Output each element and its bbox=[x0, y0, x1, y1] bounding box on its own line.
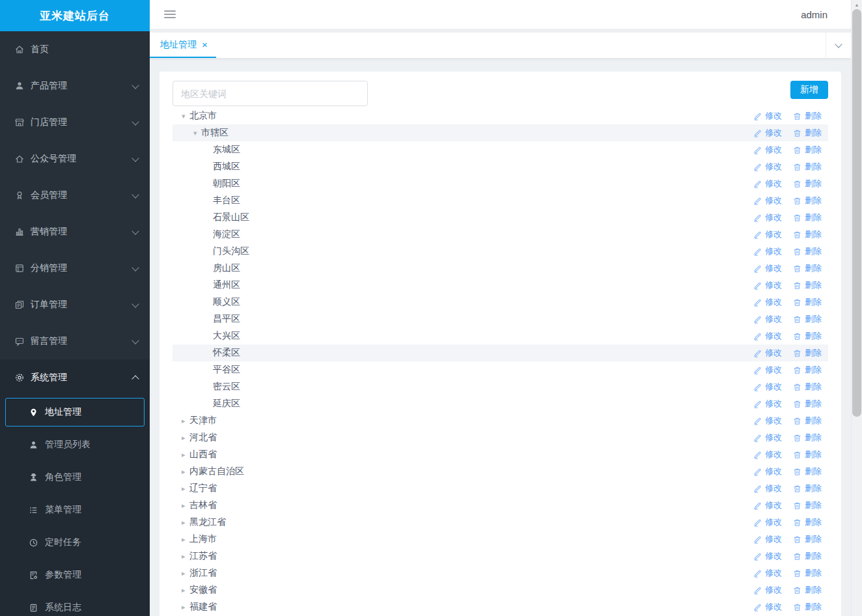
edit-action[interactable]: 修改 bbox=[753, 601, 782, 613]
sidebar-subitem-menu[interactable]: 菜单管理 bbox=[5, 496, 145, 524]
user-menu[interactable]: admin bbox=[801, 9, 827, 20]
tree-row[interactable]: ▸黑龙江省修改删除 bbox=[173, 514, 828, 531]
edit-action[interactable]: 修改 bbox=[753, 516, 782, 528]
tree-row[interactable]: ▸河北省修改删除 bbox=[173, 429, 828, 446]
delete-action[interactable]: 删除 bbox=[793, 347, 822, 359]
edit-action[interactable]: 修改 bbox=[753, 533, 782, 545]
sidebar-item-system[interactable]: 系统管理 bbox=[0, 359, 150, 396]
delete-action[interactable]: 删除 bbox=[793, 364, 822, 376]
delete-action[interactable]: 删除 bbox=[793, 313, 822, 325]
delete-action[interactable]: 删除 bbox=[793, 279, 822, 291]
delete-action[interactable]: 删除 bbox=[793, 550, 822, 562]
collapse-arrow-icon[interactable]: ▾ bbox=[180, 112, 189, 120]
tree-row[interactable]: ▸福建省修改删除 bbox=[173, 598, 828, 615]
tree-row[interactable]: 怀柔区修改删除 bbox=[173, 344, 828, 361]
search-input[interactable] bbox=[173, 81, 368, 106]
delete-action[interactable]: 删除 bbox=[793, 330, 822, 342]
edit-action[interactable]: 修改 bbox=[753, 398, 782, 410]
tree-row[interactable]: ▸内蒙古自治区修改删除 bbox=[173, 463, 828, 480]
tree-row[interactable]: ▸天津市修改删除 bbox=[173, 412, 828, 429]
edit-action[interactable]: 修改 bbox=[753, 567, 782, 579]
edit-action[interactable]: 修改 bbox=[753, 483, 782, 494]
collapse-arrow-icon[interactable]: ▾ bbox=[192, 129, 201, 137]
tree-row[interactable]: 丰台区修改删除 bbox=[173, 192, 828, 209]
tree-row[interactable]: 延庆区修改删除 bbox=[173, 395, 828, 412]
sidebar-item-store[interactable]: 门店管理 bbox=[0, 104, 150, 141]
edit-action[interactable]: 修改 bbox=[753, 432, 782, 443]
edit-action[interactable]: 修改 bbox=[753, 381, 782, 393]
expand-arrow-icon[interactable]: ▸ bbox=[180, 468, 189, 476]
sidebar-subitem-schedule[interactable]: 定时任务 bbox=[5, 528, 145, 557]
tree-row[interactable]: 东城区修改删除 bbox=[173, 141, 828, 158]
tree-row[interactable]: ▸山西省修改删除 bbox=[173, 446, 828, 463]
sidebar-item-official-account[interactable]: 公众号管理 bbox=[0, 141, 150, 177]
vertical-scrollbar[interactable]: ▲ bbox=[851, 0, 862, 616]
edit-action[interactable]: 修改 bbox=[753, 415, 782, 427]
hamburger-menu-icon[interactable] bbox=[163, 8, 177, 21]
expand-arrow-icon[interactable]: ▸ bbox=[180, 417, 189, 425]
add-button[interactable]: 新增 bbox=[790, 81, 828, 99]
edit-action[interactable]: 修改 bbox=[753, 212, 782, 223]
edit-action[interactable]: 修改 bbox=[753, 144, 782, 156]
sidebar-subitem-address[interactable]: 地址管理 bbox=[5, 398, 145, 427]
tree-row[interactable]: ▸吉林省修改删除 bbox=[173, 497, 828, 514]
sidebar-subitem-params[interactable]: 参数管理 bbox=[5, 561, 145, 589]
edit-action[interactable]: 修改 bbox=[753, 347, 782, 359]
delete-action[interactable]: 删除 bbox=[793, 195, 822, 206]
tree-row[interactable]: ▾北京市修改删除 bbox=[173, 107, 828, 124]
close-icon[interactable]: × bbox=[202, 40, 208, 49]
delete-action[interactable]: 删除 bbox=[793, 161, 822, 173]
delete-action[interactable]: 删除 bbox=[793, 466, 822, 477]
edit-action[interactable]: 修改 bbox=[753, 178, 782, 189]
tree-row[interactable]: 大兴区修改删除 bbox=[173, 328, 828, 344]
edit-action[interactable]: 修改 bbox=[753, 245, 782, 257]
sidebar-item-home[interactable]: 首页 bbox=[0, 31, 150, 68]
tree-row[interactable]: 通州区修改删除 bbox=[173, 277, 828, 294]
edit-action[interactable]: 修改 bbox=[753, 499, 782, 511]
tree-row[interactable]: 朝阳区修改删除 bbox=[173, 175, 828, 192]
delete-action[interactable]: 删除 bbox=[793, 516, 822, 528]
delete-action[interactable]: 删除 bbox=[793, 499, 822, 511]
sidebar-item-product[interactable]: 产品管理 bbox=[0, 68, 150, 104]
sidebar-subitem-admin-list[interactable]: 管理员列表 bbox=[5, 430, 145, 459]
scrollbar-thumb[interactable] bbox=[852, 9, 861, 417]
delete-action[interactable]: 删除 bbox=[793, 110, 822, 122]
scroll-up-icon[interactable]: ▲ bbox=[852, 0, 862, 9]
sidebar-item-distribution[interactable]: 分销管理 bbox=[0, 250, 150, 287]
tree-row[interactable]: ▸江苏省修改删除 bbox=[173, 548, 828, 565]
tree-row[interactable]: ▸上海市修改删除 bbox=[173, 531, 828, 548]
sidebar-subitem-role[interactable]: 角色管理 bbox=[5, 463, 145, 492]
delete-action[interactable]: 删除 bbox=[793, 178, 822, 189]
delete-action[interactable]: 删除 bbox=[793, 449, 822, 460]
tab-address-management[interactable]: 地址管理 × bbox=[150, 33, 216, 58]
delete-action[interactable]: 删除 bbox=[793, 381, 822, 393]
expand-arrow-icon[interactable]: ▸ bbox=[180, 451, 189, 459]
edit-action[interactable]: 修改 bbox=[753, 296, 782, 308]
edit-action[interactable]: 修改 bbox=[753, 229, 782, 240]
expand-arrow-icon[interactable]: ▸ bbox=[180, 586, 189, 595]
sidebar-item-marketing[interactable]: 营销管理 bbox=[0, 214, 150, 250]
expand-arrow-icon[interactable]: ▸ bbox=[180, 603, 189, 611]
tree-row[interactable]: 房山区修改删除 bbox=[173, 260, 828, 277]
expand-arrow-icon[interactable]: ▸ bbox=[180, 569, 189, 578]
edit-action[interactable]: 修改 bbox=[753, 161, 782, 173]
expand-arrow-icon[interactable]: ▸ bbox=[180, 518, 189, 527]
expand-arrow-icon[interactable]: ▸ bbox=[180, 501, 189, 510]
edit-action[interactable]: 修改 bbox=[753, 466, 782, 477]
tree-row[interactable]: 门头沟区修改删除 bbox=[173, 243, 828, 260]
tab-options-button[interactable] bbox=[826, 33, 851, 57]
edit-action[interactable]: 修改 bbox=[753, 127, 782, 139]
delete-action[interactable]: 删除 bbox=[793, 533, 822, 545]
tree-row[interactable]: 顺义区修改删除 bbox=[173, 294, 828, 311]
edit-action[interactable]: 修改 bbox=[753, 110, 782, 122]
delete-action[interactable]: 删除 bbox=[793, 144, 822, 156]
tree-row[interactable]: ▸浙江省修改删除 bbox=[173, 565, 828, 581]
delete-action[interactable]: 删除 bbox=[793, 245, 822, 257]
edit-action[interactable]: 修改 bbox=[753, 330, 782, 342]
delete-action[interactable]: 删除 bbox=[793, 398, 822, 410]
edit-action[interactable]: 修改 bbox=[753, 364, 782, 376]
edit-action[interactable]: 修改 bbox=[753, 449, 782, 460]
tree-row[interactable]: 平谷区修改删除 bbox=[173, 361, 828, 378]
tree-row[interactable]: ▾市辖区修改删除 bbox=[173, 124, 828, 141]
tree-row[interactable]: 海淀区修改删除 bbox=[173, 226, 828, 243]
